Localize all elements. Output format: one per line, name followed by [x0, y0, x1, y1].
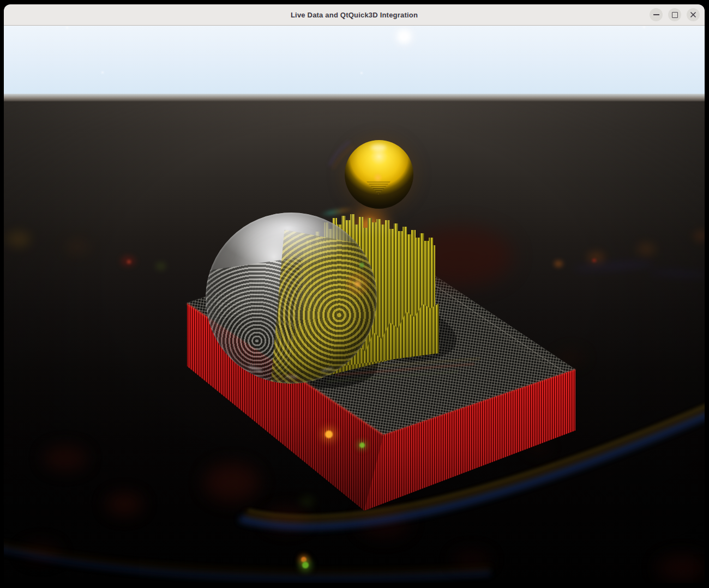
glass-sphere — [206, 213, 377, 384]
gold-sun-reflection — [373, 173, 383, 183]
3d-viewport[interactable] — [4, 26, 705, 583]
maximize-button[interactable] — [668, 8, 681, 21]
screenshot: Live Data and QtQuick3D Integration — [0, 0, 709, 588]
gold-sphere — [345, 140, 413, 209]
app-window: Live Data and QtQuick3D Integration — [4, 4, 705, 583]
minimize-icon — [653, 14, 659, 15]
window-title: Live Data and QtQuick3D Integration — [291, 11, 418, 19]
glass-rim — [206, 213, 377, 384]
sparkle-green — [359, 442, 365, 448]
window-controls — [650, 8, 700, 21]
maximize-icon — [672, 12, 678, 18]
minimize-button[interactable] — [650, 8, 663, 21]
sparkle-orange — [325, 431, 333, 438]
sparkle-green — [302, 562, 309, 568]
gold-graph-reflection — [366, 181, 390, 195]
3d-scene — [4, 26, 705, 583]
close-icon — [690, 11, 696, 18]
close-button[interactable] — [687, 8, 700, 21]
titlebar[interactable]: Live Data and QtQuick3D Integration — [4, 4, 705, 26]
gold-specular — [371, 144, 386, 151]
